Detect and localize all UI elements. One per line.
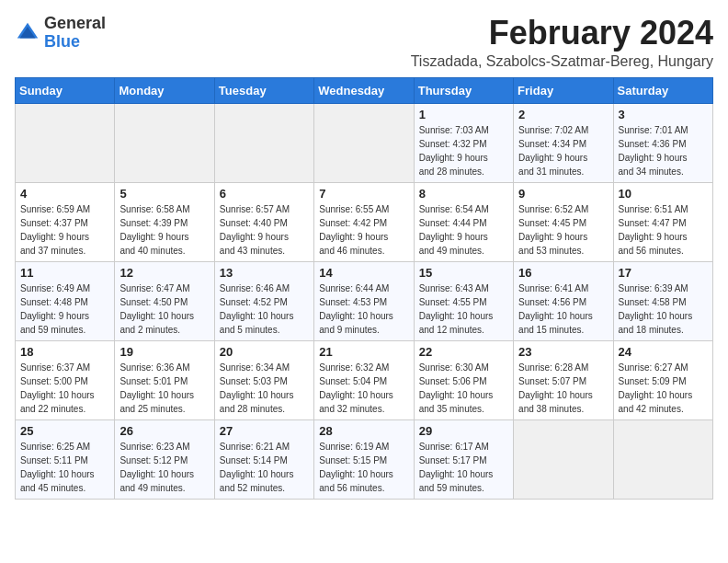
calendar-week-row: 25Sunrise: 6:25 AM Sunset: 5:11 PM Dayli… xyxy=(16,419,713,499)
calendar-cell xyxy=(115,103,214,182)
calendar-week-row: 4Sunrise: 6:59 AM Sunset: 4:37 PM Daylig… xyxy=(16,182,713,261)
column-header-friday: Friday xyxy=(514,77,613,103)
column-header-wednesday: Wednesday xyxy=(314,77,414,103)
calendar-header-row: SundayMondayTuesdayWednesdayThursdayFrid… xyxy=(16,77,713,103)
day-number: 28 xyxy=(319,424,408,438)
day-number: 23 xyxy=(518,345,608,359)
day-info: Sunrise: 6:32 AM Sunset: 5:04 PM Dayligh… xyxy=(319,361,408,416)
day-info: Sunrise: 6:43 AM Sunset: 4:55 PM Dayligh… xyxy=(419,282,508,337)
day-number: 8 xyxy=(419,187,508,201)
day-number: 24 xyxy=(619,345,708,359)
calendar-cell xyxy=(514,419,613,499)
calendar-cell xyxy=(16,103,115,182)
day-info: Sunrise: 6:17 AM Sunset: 5:17 PM Dayligh… xyxy=(419,440,508,495)
calendar-cell: 20Sunrise: 6:34 AM Sunset: 5:03 PM Dayli… xyxy=(214,340,313,419)
calendar-cell xyxy=(314,103,414,182)
day-info: Sunrise: 6:36 AM Sunset: 5:01 PM Dayligh… xyxy=(119,361,209,416)
calendar-cell: 1Sunrise: 7:03 AM Sunset: 4:32 PM Daylig… xyxy=(414,103,513,182)
day-number: 21 xyxy=(319,345,408,359)
calendar-cell: 9Sunrise: 6:52 AM Sunset: 4:45 PM Daylig… xyxy=(514,182,613,261)
day-info: Sunrise: 6:41 AM Sunset: 4:56 PM Dayligh… xyxy=(518,282,608,337)
day-info: Sunrise: 6:19 AM Sunset: 5:15 PM Dayligh… xyxy=(319,440,408,495)
day-info: Sunrise: 6:28 AM Sunset: 5:07 PM Dayligh… xyxy=(518,361,608,416)
day-info: Sunrise: 7:01 AM Sunset: 4:36 PM Dayligh… xyxy=(619,123,708,178)
calendar-cell: 3Sunrise: 7:01 AM Sunset: 4:36 PM Daylig… xyxy=(613,103,712,182)
day-info: Sunrise: 6:25 AM Sunset: 5:11 PM Dayligh… xyxy=(20,440,109,495)
day-number: 7 xyxy=(319,187,408,201)
day-number: 12 xyxy=(119,266,209,280)
calendar-cell: 12Sunrise: 6:47 AM Sunset: 4:50 PM Dayli… xyxy=(115,261,214,340)
logo: General Blue xyxy=(15,15,106,52)
day-number: 16 xyxy=(518,266,608,280)
day-number: 14 xyxy=(319,266,408,280)
column-header-saturday: Saturday xyxy=(613,77,712,103)
calendar-week-row: 11Sunrise: 6:49 AM Sunset: 4:48 PM Dayli… xyxy=(16,261,713,340)
day-info: Sunrise: 6:37 AM Sunset: 5:00 PM Dayligh… xyxy=(20,361,109,416)
day-info: Sunrise: 6:49 AM Sunset: 4:48 PM Dayligh… xyxy=(20,282,109,337)
day-info: Sunrise: 6:52 AM Sunset: 4:45 PM Dayligh… xyxy=(518,202,608,258)
day-info: Sunrise: 6:34 AM Sunset: 5:03 PM Dayligh… xyxy=(220,361,309,416)
day-number: 5 xyxy=(119,187,209,201)
day-info: Sunrise: 6:59 AM Sunset: 4:37 PM Dayligh… xyxy=(20,202,109,258)
day-number: 27 xyxy=(220,424,309,438)
day-number: 10 xyxy=(619,187,708,201)
subtitle: Tiszadada, Szabolcs-Szatmar-Bereg, Hunga… xyxy=(411,53,713,70)
column-header-thursday: Thursday xyxy=(414,77,513,103)
calendar-cell: 29Sunrise: 6:17 AM Sunset: 5:17 PM Dayli… xyxy=(414,419,513,499)
day-info: Sunrise: 6:39 AM Sunset: 4:58 PM Dayligh… xyxy=(619,282,708,337)
day-info: Sunrise: 6:23 AM Sunset: 5:12 PM Dayligh… xyxy=(119,440,209,495)
day-number: 13 xyxy=(220,266,309,280)
calendar-cell: 24Sunrise: 6:27 AM Sunset: 5:09 PM Dayli… xyxy=(613,340,712,419)
day-info: Sunrise: 6:46 AM Sunset: 4:52 PM Dayligh… xyxy=(220,282,309,337)
calendar-cell: 10Sunrise: 6:51 AM Sunset: 4:47 PM Dayli… xyxy=(613,182,712,261)
calendar-cell: 22Sunrise: 6:30 AM Sunset: 5:06 PM Dayli… xyxy=(414,340,513,419)
day-number: 15 xyxy=(419,266,508,280)
day-number: 1 xyxy=(419,108,508,121)
calendar-cell: 13Sunrise: 6:46 AM Sunset: 4:52 PM Dayli… xyxy=(214,261,313,340)
day-number: 22 xyxy=(419,345,508,359)
logo-icon xyxy=(15,20,40,46)
day-info: Sunrise: 7:02 AM Sunset: 4:34 PM Dayligh… xyxy=(518,123,608,178)
calendar-week-row: 1Sunrise: 7:03 AM Sunset: 4:32 PM Daylig… xyxy=(16,103,713,182)
calendar-cell: 17Sunrise: 6:39 AM Sunset: 4:58 PM Dayli… xyxy=(613,261,712,340)
calendar-cell: 28Sunrise: 6:19 AM Sunset: 5:15 PM Dayli… xyxy=(314,419,414,499)
calendar-cell: 4Sunrise: 6:59 AM Sunset: 4:37 PM Daylig… xyxy=(16,182,115,261)
column-header-sunday: Sunday xyxy=(16,77,115,103)
day-info: Sunrise: 7:03 AM Sunset: 4:32 PM Dayligh… xyxy=(419,123,508,178)
day-info: Sunrise: 6:51 AM Sunset: 4:47 PM Dayligh… xyxy=(619,202,708,258)
title-area: February 2024 Tiszadada, Szabolcs-Szatma… xyxy=(411,15,713,70)
day-number: 2 xyxy=(518,108,608,121)
calendar-cell: 27Sunrise: 6:21 AM Sunset: 5:14 PM Dayli… xyxy=(214,419,313,499)
calendar-week-row: 18Sunrise: 6:37 AM Sunset: 5:00 PM Dayli… xyxy=(16,340,713,419)
day-number: 20 xyxy=(220,345,309,359)
day-info: Sunrise: 6:27 AM Sunset: 5:09 PM Dayligh… xyxy=(619,361,708,416)
calendar-cell: 21Sunrise: 6:32 AM Sunset: 5:04 PM Dayli… xyxy=(314,340,414,419)
calendar-cell: 15Sunrise: 6:43 AM Sunset: 4:55 PM Dayli… xyxy=(414,261,513,340)
logo-text: General Blue xyxy=(44,15,106,52)
day-number: 25 xyxy=(20,424,109,438)
day-info: Sunrise: 6:57 AM Sunset: 4:40 PM Dayligh… xyxy=(220,202,309,258)
calendar-cell: 5Sunrise: 6:58 AM Sunset: 4:39 PM Daylig… xyxy=(115,182,214,261)
calendar-table: SundayMondayTuesdayWednesdayThursdayFrid… xyxy=(15,77,713,500)
day-number: 26 xyxy=(119,424,209,438)
main-title: February 2024 xyxy=(411,15,713,52)
day-info: Sunrise: 6:55 AM Sunset: 4:42 PM Dayligh… xyxy=(319,202,408,258)
day-number: 9 xyxy=(518,187,608,201)
column-header-tuesday: Tuesday xyxy=(214,77,313,103)
calendar-cell: 25Sunrise: 6:25 AM Sunset: 5:11 PM Dayli… xyxy=(16,419,115,499)
calendar-cell: 11Sunrise: 6:49 AM Sunset: 4:48 PM Dayli… xyxy=(16,261,115,340)
day-number: 29 xyxy=(419,424,508,438)
day-number: 18 xyxy=(20,345,109,359)
day-number: 19 xyxy=(119,345,209,359)
calendar-cell xyxy=(214,103,313,182)
calendar-cell: 7Sunrise: 6:55 AM Sunset: 4:42 PM Daylig… xyxy=(314,182,414,261)
day-info: Sunrise: 6:54 AM Sunset: 4:44 PM Dayligh… xyxy=(419,202,508,258)
column-header-monday: Monday xyxy=(115,77,214,103)
header: General Blue February 2024 Tiszadada, Sz… xyxy=(15,15,713,70)
calendar-cell xyxy=(613,419,712,499)
day-info: Sunrise: 6:30 AM Sunset: 5:06 PM Dayligh… xyxy=(419,361,508,416)
calendar-cell: 26Sunrise: 6:23 AM Sunset: 5:12 PM Dayli… xyxy=(115,419,214,499)
day-info: Sunrise: 6:58 AM Sunset: 4:39 PM Dayligh… xyxy=(119,202,209,258)
day-info: Sunrise: 6:47 AM Sunset: 4:50 PM Dayligh… xyxy=(119,282,209,337)
calendar-cell: 8Sunrise: 6:54 AM Sunset: 4:44 PM Daylig… xyxy=(414,182,513,261)
